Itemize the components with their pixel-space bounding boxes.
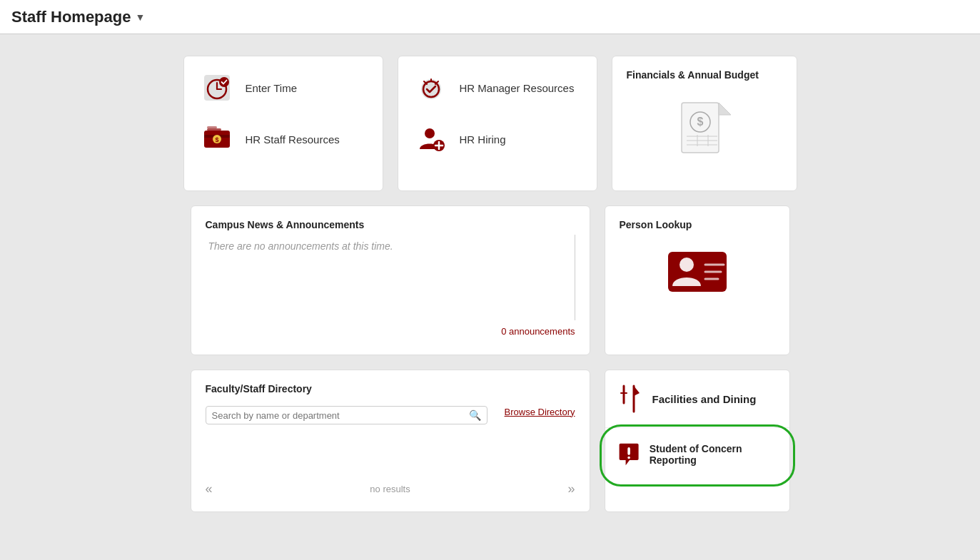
announcements-scroll[interactable]: There are no announcements at this time. [206, 235, 575, 320]
browse-directory-link[interactable]: Browse Directory [505, 407, 575, 417]
hr-manager-resources-item[interactable]: HR Manager Resources [413, 69, 582, 106]
person-lookup-title: Person Lookup [620, 219, 692, 230]
header: Staff Homepage ▼ [0, 0, 980, 34]
svg-point-30 [680, 258, 694, 272]
hr-manager-icon [413, 69, 450, 106]
card-announcements: Campus News & Announcements There are no… [191, 205, 590, 355]
svg-marker-21 [719, 103, 731, 115]
svg-rect-9 [207, 128, 221, 131]
financials-icon-center: $ [627, 99, 782, 163]
row-2: Campus News & Announcements There are no… [98, 205, 883, 355]
hr-staff-resources-label: HR Staff Resources [246, 133, 340, 146]
svg-text:$: $ [215, 136, 218, 143]
announcements-title: Campus News & Announcements [206, 219, 575, 230]
page-title: Staff Homepage [11, 8, 131, 26]
row-1: Enter Time $ HR Staff Resources [98, 56, 883, 191]
enter-time-item[interactable]: Enter Time [198, 69, 368, 106]
row-3: Faculty/Staff Directory 🔍 Browse Directo… [98, 370, 883, 512]
main-content: Enter Time $ HR Staff Resources [0, 34, 980, 534]
hr-hiring-label: HR Hiring [460, 133, 506, 146]
svg-rect-38 [627, 447, 630, 455]
concern-row[interactable]: Student of Concern Reporting [605, 428, 789, 481]
hr-manager-resources-label: HR Manager Resources [460, 82, 575, 94]
right-combined-card: Facilities and Dining Student of Concern… [605, 370, 790, 512]
announcements-empty: There are no announcements at this time. [206, 235, 575, 258]
svg-point-4 [219, 77, 229, 87]
financials-title: Financials & Annual Budget [627, 69, 759, 81]
directory-nav-next[interactable]: » [567, 482, 575, 497]
search-icon: 🔍 [469, 409, 481, 421]
svg-text:$: $ [697, 116, 703, 128]
card-directory: Faculty/Staff Directory 🔍 Browse Directo… [191, 370, 590, 512]
concern-icon [617, 441, 641, 468]
directory-no-results: no results [370, 484, 410, 494]
directory-nav-prev[interactable]: « [206, 482, 213, 497]
enter-time-label: Enter Time [246, 82, 298, 94]
directory-footer: « no results » [206, 482, 575, 497]
hr-hiring-icon [413, 121, 450, 158]
card-hr-manager: HR Manager Resources HR Hiring [398, 56, 597, 191]
directory-search-box[interactable]: 🔍 [206, 406, 488, 424]
directory-search-row: 🔍 Browse Directory [206, 399, 575, 424]
directory-search-input[interactable] [212, 410, 469, 421]
concern-label: Student of Concern Reporting [650, 443, 778, 466]
financials-icon: $ [676, 99, 733, 163]
hr-staff-resources-item[interactable]: $ HR Staff Resources [198, 121, 368, 158]
announcements-footer: 0 announcements [206, 326, 575, 337]
svg-point-16 [425, 128, 435, 138]
svg-rect-39 [627, 457, 630, 459]
hr-hiring-item[interactable]: HR Hiring [413, 121, 582, 158]
card-person-lookup[interactable]: Person Lookup [605, 205, 790, 355]
svg-rect-10 [207, 126, 217, 128]
wallet-icon: $ [198, 121, 236, 158]
facilities-icon [617, 383, 644, 414]
directory-title: Faculty/Staff Directory [206, 383, 575, 394]
person-lookup-icon [665, 249, 729, 295]
facilities-label: Facilities and Dining [652, 393, 757, 405]
person-lookup-icon-wrap [620, 249, 775, 295]
clock-icon [198, 69, 236, 106]
announcements-count[interactable]: 0 announcements [501, 326, 575, 337]
homepage-dropdown[interactable]: ▼ [135, 11, 145, 23]
card-enter-time-hr: Enter Time $ HR Staff Resources [183, 56, 383, 191]
card-financials[interactable]: Financials & Annual Budget $ [612, 56, 797, 191]
facilities-row[interactable]: Facilities and Dining [605, 370, 789, 428]
